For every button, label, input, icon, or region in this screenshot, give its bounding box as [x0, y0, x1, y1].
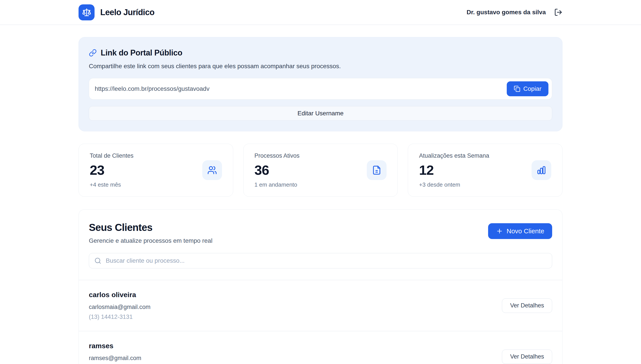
stat-card-total-clients: Total de Clientes 23 +4 este mês [79, 144, 233, 197]
clients-section-subtitle: Gerencie e atualize processos em tempo r… [89, 237, 212, 244]
stat-value: 12 [419, 162, 489, 178]
stat-card-active-processes: Processos Ativos 36 1 em andamento [243, 144, 398, 197]
portal-url-text: https://leelo.com.br/processos/gustavoad… [95, 85, 210, 92]
client-phone: (13) 14412-3131 [89, 314, 151, 320]
clients-card: Seus Clientes Gerencie e atualize proces… [79, 210, 562, 364]
stat-label: Atualizações esta Semana [419, 152, 489, 159]
stat-label: Total de Clientes [90, 152, 134, 159]
stat-value: 23 [90, 162, 134, 178]
logout-button[interactable] [554, 8, 562, 16]
app-title: Leelo Jurídico [100, 8, 155, 17]
client-row: carlos oliveira carlosmaia@gmail.com (13… [79, 280, 562, 331]
search-input[interactable] [106, 257, 547, 264]
client-email: carlosmaia@gmail.com [89, 304, 151, 310]
user-name: Dr. gustavo gomes da silva [467, 9, 546, 16]
client-row: ramses ramses@gmail.com (12) 31412-3141 … [79, 331, 562, 364]
search-box [89, 253, 552, 268]
stat-subtext: +3 desde ontem [419, 181, 489, 188]
client-list: carlos oliveira carlosmaia@gmail.com (13… [79, 280, 562, 364]
portal-card-title: Link do Portal Público [101, 48, 182, 58]
scales-of-justice-icon [79, 4, 95, 20]
client-email: ramses@gmail.com [89, 355, 141, 362]
users-icon [202, 160, 222, 180]
portal-card-description: Compartilhe este link com seus clientes … [89, 63, 552, 70]
edit-username-button[interactable]: Editar Username [89, 106, 552, 120]
brand: Leelo Jurídico [79, 4, 155, 20]
stat-subtext: +4 este mês [90, 181, 134, 188]
copy-button-label: Copiar [523, 85, 541, 92]
stats-row: Total de Clientes 23 +4 este mês Process… [79, 144, 562, 197]
stat-label: Processos Ativos [254, 152, 300, 159]
copy-icon [514, 86, 520, 92]
view-details-button[interactable]: Ver Detalhes [502, 350, 552, 364]
bar-chart-icon [531, 160, 551, 180]
app-header: Leelo Jurídico Dr. gustavo gomes da silv… [0, 0, 641, 25]
new-client-button[interactable]: Novo Cliente [488, 223, 552, 239]
client-info: carlos oliveira carlosmaia@gmail.com (13… [89, 291, 151, 320]
stat-value: 36 [254, 162, 300, 178]
search-icon [94, 257, 101, 264]
stat-subtext: 1 em andamento [254, 181, 300, 188]
view-details-button[interactable]: Ver Detalhes [502, 298, 552, 313]
public-portal-card: Link do Portal Público Compartilhe este … [79, 37, 562, 131]
plus-icon [496, 228, 503, 235]
new-client-button-label: Novo Cliente [506, 228, 544, 235]
client-info: ramses ramses@gmail.com (12) 31412-3141 [89, 342, 141, 364]
copy-link-button[interactable]: Copiar [507, 81, 548, 96]
client-name: ramses [89, 342, 141, 350]
link-icon [89, 49, 97, 57]
logout-icon [554, 8, 562, 16]
portal-url-bar: https://leelo.com.br/processos/gustavoad… [89, 78, 552, 100]
clients-section-title: Seus Clientes [89, 222, 212, 233]
main-content: Link do Portal Público Compartilhe este … [79, 37, 562, 364]
file-text-icon [367, 160, 387, 180]
stat-card-weekly-updates: Atualizações esta Semana 12 +3 desde ont… [408, 144, 562, 197]
client-name: carlos oliveira [89, 291, 151, 299]
